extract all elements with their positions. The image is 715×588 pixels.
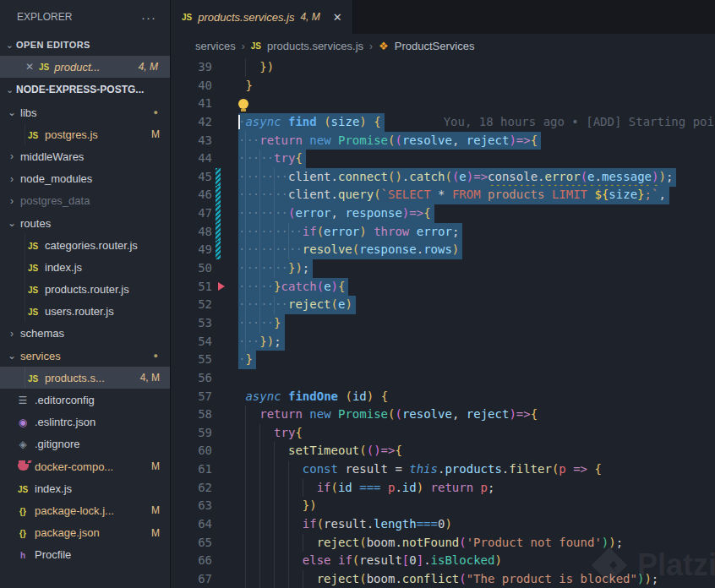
tree-file-.gitignore[interactable]: ◈.gitignore xyxy=(0,433,170,455)
tree-file-docker-compo...[interactable]: docker-compo...M xyxy=(0,455,170,477)
code-line-text[interactable]: ·······client.connect().catch((e)=>conso… xyxy=(238,168,676,187)
line-number[interactable]: 51 xyxy=(172,278,212,297)
line-number[interactable]: 65 xyxy=(172,534,212,553)
code-line-text[interactable]: ·······}); xyxy=(238,259,313,278)
tab-products-services[interactable]: JS products.services.js 4, M ✕ xyxy=(172,0,353,34)
code-line-61[interactable]: 61 const result = this.products.filter(p… xyxy=(172,460,715,479)
tree-folder-postgres_data[interactable]: ›postgres_data xyxy=(0,190,170,212)
code-line-42[interactable]: 42·async find (size) {You, 18 hours ago … xyxy=(172,113,715,132)
code-line-text[interactable]: ·········if(error) throw error; xyxy=(238,223,462,242)
line-number[interactable]: 60 xyxy=(172,442,212,460)
code-line-text[interactable]: else if(result[0].isBlocked) xyxy=(238,552,502,570)
code-line-66[interactable]: 66 else if(result[0].isBlocked) xyxy=(172,552,715,570)
code-line-67[interactable]: 67 reject(boom.conflict("The product is … xyxy=(172,570,715,588)
code-line-53[interactable]: 53·····} xyxy=(172,314,715,333)
close-icon[interactable]: ✕ xyxy=(25,61,39,73)
code-line-text[interactable]: return new Promise((resolve, reject)=>{ xyxy=(238,406,538,424)
open-editors-section-header[interactable]: ⌄ OPEN EDITORS xyxy=(0,34,170,56)
code-line-41[interactable]: 41 xyxy=(172,95,715,113)
code-line-45[interactable]: 45·······client.connect().catch((e)=>con… xyxy=(172,168,715,187)
code-line-63[interactable]: 63 }) xyxy=(172,497,715,515)
code-line-44[interactable]: 44·····try{ xyxy=(172,150,715,168)
code-line-46[interactable]: 46·······client.query(`SELECT * FROM pro… xyxy=(172,186,715,204)
code-line-text[interactable]: if(result.length===0) xyxy=(238,515,452,534)
open-editor-item[interactable]: ✕ JS product... 4, M xyxy=(0,56,170,78)
code-line-text[interactable]: ·······client.query(`SELECT * FROM produ… xyxy=(238,186,669,204)
breadcrumb-file[interactable]: products.services.js xyxy=(267,40,363,52)
code-line-text[interactable]: reject(boom.conflict("The product is blo… xyxy=(238,570,658,588)
code-line-54[interactable]: 54···}); xyxy=(172,333,715,351)
code-line-text[interactable]: try{ xyxy=(238,424,303,443)
tree-file-postgres.js[interactable]: JSpostgres.jsM xyxy=(0,123,170,145)
code-line-text[interactable]: async findOne (id) { xyxy=(238,388,388,406)
code-line-text[interactable]: ·} xyxy=(238,351,256,369)
code-line-text[interactable]: ·async find (size) {You, 18 hours ago • … xyxy=(238,113,714,132)
line-number[interactable]: 67 xyxy=(172,570,212,588)
code-line-text[interactable]: setTimeout(()=>{ xyxy=(238,442,402,460)
line-number[interactable]: 47 xyxy=(172,204,212,223)
code-line-39[interactable]: 39 }) xyxy=(172,58,715,77)
code-line-65[interactable]: 65 reject(boom.notFound('Product not fou… xyxy=(172,534,715,553)
workspace-section-header[interactable]: ⌄ NODE-EXPRESS-POSTG... xyxy=(0,78,170,101)
tree-folder-middleWares[interactable]: ›middleWares xyxy=(0,145,170,167)
line-number[interactable]: 40 xyxy=(172,77,212,95)
close-icon[interactable]: ✕ xyxy=(333,11,342,24)
tree-file-categories.router.js[interactable]: JScategories.router.js xyxy=(0,234,170,256)
code-line-text[interactable]: ·········resolve(response.rows) xyxy=(238,241,462,259)
code-line-text[interactable]: }) xyxy=(238,58,274,77)
tree-file-.editorconfig[interactable]: ☰.editorconfig xyxy=(0,389,170,411)
tree-file-products.router.js[interactable]: JSproducts.router.js xyxy=(0,279,170,301)
code-line-57[interactable]: 57 async findOne (id) { xyxy=(172,388,715,406)
line-number[interactable]: 50 xyxy=(172,259,212,278)
code-line-52[interactable]: 52·······reject(e) xyxy=(172,296,715,314)
line-number[interactable]: 66 xyxy=(172,552,212,570)
code-line-56[interactable]: 56 xyxy=(172,369,715,388)
code-line-60[interactable]: 60 setTimeout(()=>{ xyxy=(172,442,715,460)
tree-file-Procfile[interactable]: hProcfile xyxy=(0,544,170,566)
code-line-58[interactable]: 58 return new Promise((resolve, reject)=… xyxy=(172,406,715,424)
code-line-47[interactable]: 47·······(error, response)=>{ xyxy=(172,204,715,223)
code-line-59[interactable]: 59 try{ xyxy=(172,424,715,443)
line-number[interactable]: 49 xyxy=(172,241,212,259)
line-number[interactable]: 53 xyxy=(172,314,212,333)
code-line-43[interactable]: 43···return new Promise((resolve, reject… xyxy=(172,132,715,150)
code-line-text[interactable]: ·······(error, response)=>{ xyxy=(238,204,434,223)
tree-file-package-lock.j...[interactable]: {}package-lock.j...M xyxy=(0,499,170,521)
line-number[interactable]: 62 xyxy=(172,479,212,498)
code-line-text[interactable]: ···return new Promise((resolve, reject)=… xyxy=(238,132,541,150)
code-editor[interactable]: 39 })40 }4142·async find (size) {You, 18… xyxy=(172,58,715,588)
breadcrumb-symbol[interactable]: ProductServices xyxy=(395,40,475,52)
tree-file-index.js[interactable]: JSindex.js xyxy=(0,477,170,499)
code-line-55[interactable]: 55·} xyxy=(172,351,715,369)
lightbulb-icon[interactable] xyxy=(238,99,248,109)
code-line-text[interactable]: ·····try{ xyxy=(238,150,306,168)
tree-folder-schemas[interactable]: ›schemas xyxy=(0,323,170,345)
line-number[interactable]: 46 xyxy=(172,186,212,204)
line-number[interactable]: 41 xyxy=(172,95,212,113)
code-line-50[interactable]: 50·······}); xyxy=(172,259,715,278)
tree-file-package.json[interactable]: {}package.jsonM xyxy=(0,522,170,544)
line-number[interactable]: 59 xyxy=(172,424,212,443)
line-number[interactable]: 48 xyxy=(172,223,212,242)
tree-folder-node_modules[interactable]: ›node_modules xyxy=(0,168,170,190)
tree-file-.eslintrc.json[interactable]: ◉.eslintrc.json xyxy=(0,411,170,433)
line-number[interactable]: 52 xyxy=(172,296,212,314)
code-line-62[interactable]: 62 if(id === p.id) return p; xyxy=(172,479,715,498)
line-number[interactable]: 55 xyxy=(172,351,212,369)
breadcrumb-folder[interactable]: services xyxy=(195,40,236,52)
code-line-text[interactable]: } xyxy=(238,77,253,95)
tree-folder-services[interactable]: ⌄services● xyxy=(0,345,170,367)
tree-file-products.s...[interactable]: JSproducts.s...4, M xyxy=(0,367,170,389)
code-line-text[interactable]: ·······reject(e) xyxy=(238,296,356,314)
line-number[interactable]: 45 xyxy=(172,168,212,187)
code-line-text[interactable]: }) xyxy=(238,497,317,515)
code-line-text[interactable]: const result = this.products.filter(p =>… xyxy=(238,460,602,479)
code-line-49[interactable]: 49·········resolve(response.rows) xyxy=(172,241,715,259)
code-line-text[interactable]: ·····}catch(e){ xyxy=(238,278,348,297)
line-number[interactable]: 64 xyxy=(172,515,212,534)
line-number[interactable]: 54 xyxy=(172,333,212,351)
code-line-text[interactable]: if(id === p.id) return p; xyxy=(238,479,494,498)
line-number[interactable]: 43 xyxy=(172,132,212,150)
more-actions-icon[interactable]: ··· xyxy=(141,10,156,24)
code-line-text[interactable]: reject(boom.notFound('Product not found'… xyxy=(238,534,623,553)
